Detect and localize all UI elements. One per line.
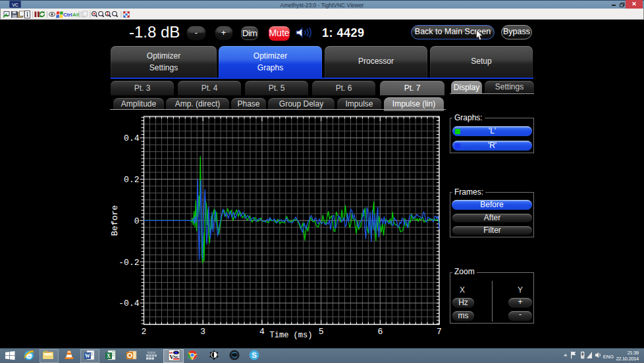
svg-text:Alt: Alt [72,12,80,18]
svg-text:1: 1 [107,11,109,16]
svg-text:5: 5 [319,327,324,337]
svg-text:Before: Before [111,205,121,236]
svg-text:Ctrl: Ctrl [63,12,72,18]
svg-text:0.4: 0.4 [124,133,140,143]
svg-text:Time (ms): Time (ms) [270,331,313,340]
svg-text:S: S [252,351,257,359]
svg-text:0.2: 0.2 [124,175,139,185]
svg-text:W: W [85,353,90,359]
svg-text:0: 0 [134,216,140,226]
svg-text:-0.4: -0.4 [119,299,139,308]
svg-text:3: 3 [200,327,205,337]
svg-text:X: X [107,353,111,359]
svg-text:-0.2: -0.2 [119,258,139,268]
svg-text:7: 7 [437,327,442,337]
svg-text:VC: VC [12,3,18,7]
svg-text:NC: NC [174,355,180,359]
svg-text:4: 4 [259,327,265,337]
svg-text:6: 6 [377,327,383,337]
svg-text:2: 2 [142,327,147,337]
